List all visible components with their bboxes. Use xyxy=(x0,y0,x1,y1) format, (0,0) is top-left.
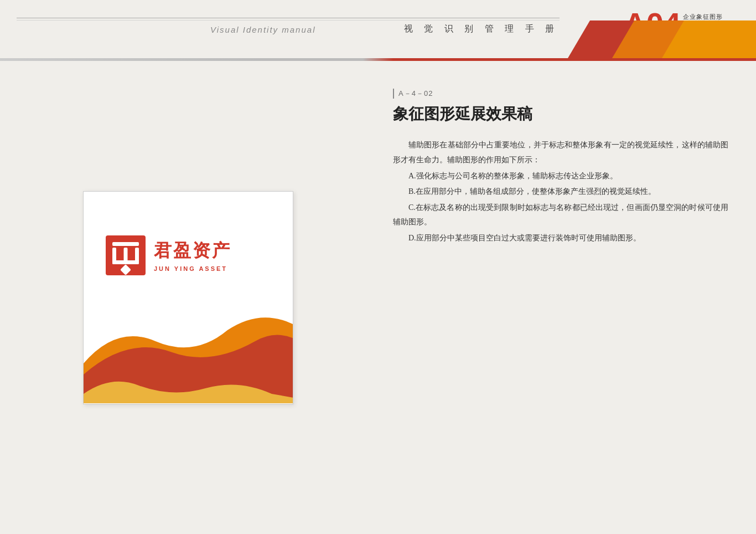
right-panel: A－4－02 象征图形延展效果稿 辅助图形在基础部分中占重要地位，并于标志和整体… xyxy=(376,61,756,534)
logo-area: 君盈资产 JUN YING ASSET xyxy=(106,235,231,275)
section-code: A－4－02 xyxy=(393,89,728,99)
header-deco-svg xyxy=(568,20,756,58)
card-top-area: 君盈资产 JUN YING ASSET xyxy=(84,192,293,309)
body-paragraph-1: 辅助图形在基础部分中占重要地位，并于标志和整体形象有一定的视觉延续性，这样的辅助… xyxy=(393,138,728,167)
logo-chinese-text: 君盈资产 xyxy=(154,239,231,263)
header-bottom-bar xyxy=(0,58,756,61)
body-paragraph-4: C.在标志及名称的出现受到限制时如标志与名称都已经出现过，但画面仍显空洞的时候可… xyxy=(393,201,728,230)
card-bottom-waves xyxy=(84,308,293,403)
body-paragraph-5: D.应用部分中某些项目空白过大或需要进行装饰时可使用辅助图形。 xyxy=(393,231,728,246)
wave-svg xyxy=(84,308,293,403)
logo-english-text: JUN YING ASSET xyxy=(154,265,231,272)
page-header: Visual Identity manual 视 觉 识 别 管 理 手 册 A… xyxy=(0,0,756,61)
svg-rect-8 xyxy=(112,260,139,264)
a04-subtitle-line1: 企业象征图形 xyxy=(683,13,723,21)
header-mid-line xyxy=(17,20,560,20)
header-top-line xyxy=(17,18,560,18)
main-content: 君盈资产 JUN YING ASSET A－4－02 象征图 xyxy=(0,61,756,534)
left-panel: 君盈资产 JUN YING ASSET xyxy=(0,61,376,534)
body-paragraph-2: A.强化标志与公司名称的整体形象，辅助标志传达企业形象。 xyxy=(393,169,728,184)
header-deco-area xyxy=(568,20,756,58)
section-body: 辅助图形在基础部分中占重要地位，并于标志和整体形象有一定的视觉延续性，这样的辅助… xyxy=(393,138,728,245)
svg-rect-4 xyxy=(112,242,139,246)
vi-manual-title: Visual Identity manual xyxy=(210,25,315,34)
section-title: 象征图形延展效果稿 xyxy=(393,104,728,124)
logo-icon xyxy=(106,235,146,275)
brand-card: 君盈资产 JUN YING ASSET xyxy=(83,191,293,404)
chinese-header-title: 视 觉 识 别 管 理 手 册 xyxy=(404,23,558,35)
logo-text-area: 君盈资产 JUN YING ASSET xyxy=(154,239,231,272)
body-paragraph-3: B.在应用部分中，辅助各组成部分，使整体形象产生强烈的视觉延续性。 xyxy=(393,184,728,199)
